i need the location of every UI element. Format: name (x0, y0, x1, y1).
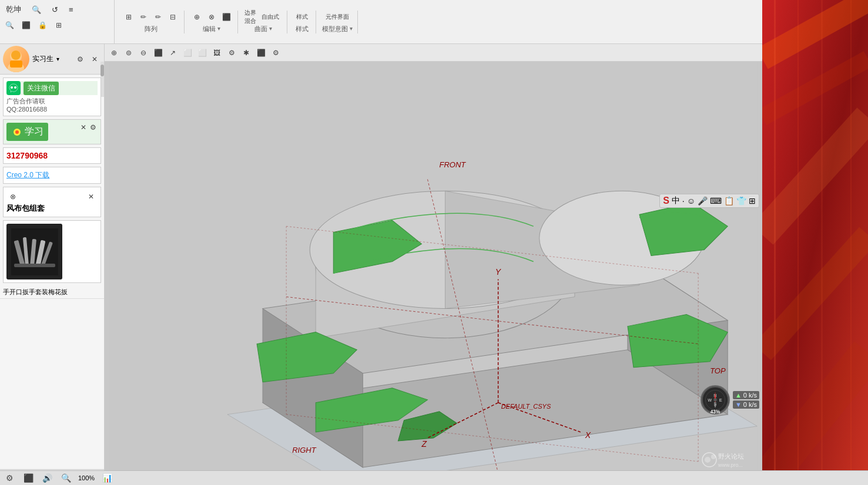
quick-btn-2[interactable]: ⬛ (19, 19, 32, 32)
clipboard-icon[interactable]: 📋 (724, 196, 734, 206)
ad-contact: 广告合作请联 (6, 97, 98, 106)
ad-qq: QQ:28016688 (6, 106, 98, 113)
edit-label: 编辑 (203, 25, 216, 33)
viewport[interactable]: Y Z X FRONT TOP RIGHT DEFAULT_CSYS (105, 62, 762, 485)
compass-dial: N S W E 43% (701, 385, 730, 415)
zoom-out-btn[interactable]: ⊖ (137, 46, 150, 59)
wechat-ad: 关注微信 (6, 81, 98, 95)
svg-point-61 (711, 454, 716, 459)
style-label-row: 样式 (296, 23, 309, 33)
svg-text:www.pro...: www.pro... (718, 462, 743, 468)
menu-btn[interactable]: ≡ (66, 4, 76, 16)
ad-panel-2: ⊗ ✕ 风布包组套 (3, 187, 101, 217)
toolbar-left-row2: 🔍 ⬛ 🔒 ⊞ (3, 18, 111, 33)
undo-btn[interactable]: ↺ (49, 4, 61, 16)
wechat-follow-btn[interactable]: 关注微信 (24, 82, 59, 95)
svg-point-5 (14, 86, 16, 89)
sidebar-content: 关注微信 广告合作请联 QQ:28016688 学习 ⚙ ✕ 312790968… (0, 75, 104, 485)
surface-dropdown[interactable]: ▾ (269, 25, 272, 32)
user-dropdown[interactable]: ▾ (56, 56, 59, 62)
sidebar-close-btn[interactable]: ✕ (88, 53, 101, 66)
view-btn2[interactable]: ⬜ (196, 46, 209, 59)
ad2-label: 风布包组套 (6, 203, 98, 214)
username: 实习生 (32, 54, 53, 64)
grid-icon[interactable]: ⊞ (749, 196, 756, 206)
wechat-icon (6, 81, 21, 95)
array-btn[interactable]: ⊞ (122, 11, 135, 23)
sidebar-header: 实习生 ▾ ⚙ ✕ (0, 44, 104, 75)
sidebar-list-item-1[interactable]: 手开口扳手套装梅花扳 (0, 286, 104, 299)
model-intent-dropdown[interactable]: ▾ (350, 25, 353, 32)
ad2-close-btn[interactable]: ✕ (85, 190, 98, 203)
rotate-btn[interactable]: ↗ (166, 46, 179, 59)
svg-text:RIGHT: RIGHT (292, 446, 316, 454)
download-speed: ▼ 0 k/s (733, 400, 759, 409)
view-btn3[interactable]: 🖼 (210, 46, 223, 59)
svg-point-4 (11, 86, 13, 89)
edit-dropdown[interactable]: ▾ (217, 25, 220, 32)
model-intent-row: 元件界面 (323, 11, 352, 23)
right-panel (762, 0, 868, 485)
surface-group: 边界混合 自由式 曲面 ▾ (239, 11, 287, 33)
app-name-btn[interactable]: 乾坤 (3, 2, 24, 16)
view-btn1[interactable]: ⬜ (181, 46, 194, 59)
quick-btn-4[interactable]: ⊞ (52, 19, 65, 32)
array-label: 阵列 (145, 25, 157, 33)
intersect-btn[interactable]: ⊗ (205, 11, 218, 23)
svg-text:野火论坛: 野火论坛 (718, 453, 744, 460)
status-view-btn[interactable]: ⬛ (22, 471, 35, 484)
toolbar-right-panel: ⊞ ✏ ✏ ⊟ 阵列 ⊕ ⊗ ⬛ 编辑 ▾ (115, 0, 868, 43)
watermark: 野火论坛 www.pro... (701, 448, 759, 473)
learn-label: 学习 (25, 126, 43, 138)
mic-icon[interactable]: 🎤 (698, 196, 708, 206)
display-btn1[interactable]: ✱ (240, 46, 253, 59)
ime-mode-icon[interactable]: 中 (672, 196, 680, 206)
modify-btn2[interactable]: ✏ (152, 11, 165, 23)
component-interface-btn[interactable]: 元件界面 (323, 11, 352, 23)
solidify-btn[interactable]: ⬛ (220, 11, 233, 23)
quick-btn-1[interactable]: 🔍 (3, 19, 16, 32)
status-graph-btn[interactable]: 📊 (100, 471, 113, 484)
keyboard-icon[interactable]: ⌨ (710, 196, 722, 206)
skin-icon[interactable]: 👕 (736, 196, 746, 206)
edit-row: ⊕ ⊗ ⬛ (190, 11, 233, 23)
svg-text:FRONT: FRONT (440, 160, 467, 169)
zoom-in-btn[interactable]: ⊕ (108, 46, 120, 59)
frame-btn[interactable]: ⬛ (152, 46, 165, 59)
status-search-btn[interactable]: 🔍 (59, 471, 72, 484)
speed-indicator: N S W E 43% ▲ 0 k/s ▼ 0 k/s (701, 385, 759, 415)
merge-btn[interactable]: ⊕ (190, 11, 203, 23)
avatar (3, 46, 29, 72)
boundary-blend-btn[interactable]: 边界混合 (244, 11, 257, 23)
display-btn2[interactable]: ⬛ (254, 46, 267, 59)
download-link[interactable]: Creo 2.0 下载 (6, 171, 49, 179)
quick-btn-3[interactable]: 🔒 (36, 19, 49, 32)
sogou-icon[interactable]: S (663, 196, 669, 206)
download-panel: Creo 2.0 下载 (3, 167, 101, 184)
filter-btn[interactable]: ⚙ (225, 46, 238, 59)
style-btn[interactable]: 样式 (293, 11, 311, 23)
search-btn[interactable]: 🔍 (29, 4, 44, 16)
ime-dot-icon[interactable]: · (682, 196, 685, 206)
status-sound-btn[interactable]: 🔊 (41, 471, 53, 484)
sidebar-settings-btn[interactable]: ⚙ (73, 53, 86, 66)
canvas-area: Y Z X FRONT TOP RIGHT DEFAULT_CSYS (105, 62, 762, 485)
emoji-icon[interactable]: ☺ (687, 196, 695, 206)
thicken-btn[interactable]: ⊟ (166, 11, 179, 23)
toolbar-left-row1: 乾坤 🔍 ↺ ≡ (3, 1, 111, 18)
freestyle-btn[interactable]: 自由式 (259, 11, 282, 23)
zoom-fit-btn[interactable]: ⊚ (122, 46, 135, 59)
edit-label-row: 编辑 ▾ (203, 23, 220, 33)
array-group: ⊞ ✏ ✏ ⊟ 阵列 (118, 11, 185, 33)
status-settings-btn[interactable]: ⚙ (3, 471, 16, 484)
wechat-ad-panel: 关注微信 广告合作请联 QQ:28016688 (3, 78, 101, 116)
modify-btn1[interactable]: ✏ (137, 11, 150, 23)
edit-group: ⊕ ⊗ ⬛ 编辑 ▾ (186, 11, 238, 33)
learn-btn[interactable]: 学习 (6, 123, 48, 141)
learn-panel-close[interactable]: ✕ (77, 121, 90, 134)
sidebar-scrollbar-thumb[interactable] (100, 65, 104, 76)
ad2-settings-btn[interactable]: ⊗ (6, 190, 19, 203)
display-btn3[interactable]: ⚙ (269, 46, 282, 59)
svg-text:Z: Z (421, 439, 427, 449)
avatar-area: 实习生 ▾ (3, 46, 59, 72)
